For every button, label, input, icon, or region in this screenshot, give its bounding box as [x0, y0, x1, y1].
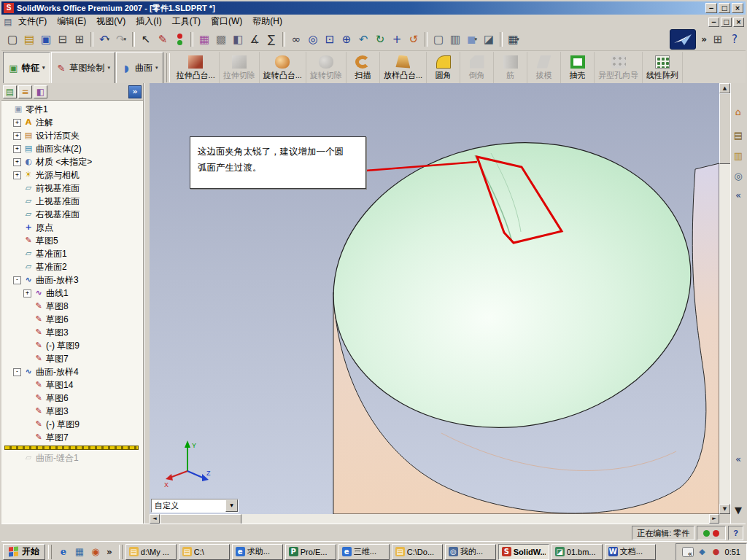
tree-item[interactable]: ▱右视基准面 [3, 208, 143, 221]
rotate-view-icon[interactable]: ↺ [406, 31, 422, 47]
tree-item[interactable]: ▱基准面1 [3, 247, 143, 260]
sweep-button[interactable]: 扫描 [347, 52, 380, 84]
mdi-minimize-button[interactable]: − [708, 18, 719, 27]
collapse-chevron-icon[interactable]: « [732, 188, 745, 201]
design-library-icon[interactable]: ▤ [732, 128, 745, 141]
refresh-icon[interactable]: ↻ [372, 31, 388, 47]
pan-icon[interactable]: + [389, 31, 405, 47]
taskbar-button[interactable]: ▤C:\Do... [392, 544, 443, 560]
tree-item[interactable]: ✎草图3 [3, 405, 143, 418]
tree-item[interactable]: ▱基准面2 [3, 260, 143, 273]
wireframe-icon[interactable]: ▢ [430, 31, 446, 47]
tab-草图绘制[interactable]: ✎草图绘制▾ [51, 52, 116, 84]
tree-item[interactable]: -∿曲面-放样3 [3, 273, 143, 287]
taskbar-button[interactable]: ▤d:\My ... [125, 544, 177, 560]
taskbar-button[interactable]: W文档... [605, 544, 656, 560]
shell-button[interactable]: 抽壳 [561, 52, 595, 84]
expand-icon[interactable]: + [13, 132, 21, 140]
taskbar-button[interactable]: SSolidW... [498, 544, 549, 560]
menu-item-5[interactable]: 窗口(W) [206, 14, 247, 29]
help-icon[interactable]: ? [727, 31, 743, 47]
media-player-icon[interactable]: ◉ [88, 545, 103, 559]
tree-item[interactable]: +▤设计活页夹 [3, 129, 143, 142]
tree-item[interactable]: -∿曲面-放样4 [3, 365, 143, 378]
menu-item-0[interactable]: 文件(F) [13, 14, 52, 29]
tree-item[interactable]: ✎(-) 草图9 [3, 418, 143, 431]
tree-item[interactable]: +A注解 [3, 116, 143, 129]
quicklaunch-overflow-chevron[interactable]: » [104, 547, 115, 557]
graphics-area[interactable]: 这边面夹角太锐了，建议增加一个圆 弧面产生过渡。 Y X Z 自定义 ▼ [150, 83, 719, 514]
print-icon[interactable]: ⊟ [55, 31, 71, 47]
tree-item[interactable]: +原点 [3, 221, 143, 234]
file-explorer-icon[interactable]: ▥ [732, 149, 745, 162]
previous-view-icon[interactable]: ↶ [355, 31, 371, 47]
propertymanager-tab[interactable]: ≡ [18, 85, 32, 98]
tree-item[interactable]: ▣零件1 [3, 103, 143, 116]
mdi-restore-button[interactable]: □ [721, 18, 732, 27]
linear-pattern-button[interactable]: 线性阵列 [643, 52, 683, 84]
expand-icon[interactable]: + [13, 158, 21, 166]
rebuild-stoplight-icon[interactable] [171, 31, 187, 47]
tree-item[interactable]: ▱上视基准面 [3, 195, 143, 208]
tree-item[interactable]: ✎草图6 [3, 313, 143, 326]
hidden-lines-icon[interactable]: ▥ [447, 31, 463, 47]
antivirus-icon[interactable]: ● [711, 547, 721, 557]
view-palette-icon[interactable]: ⊞ [710, 31, 726, 47]
scroll-up-icon[interactable]: ▲ [719, 83, 730, 93]
taskbar-button[interactable]: ◪01.bm... [551, 544, 603, 560]
mdi-close-button[interactable]: × [733, 18, 744, 27]
tree-item[interactable]: ✎草图7 [3, 352, 143, 365]
horizontal-scrollbar[interactable]: ◄ ► [150, 514, 719, 524]
redo-icon[interactable]: ↷▾ [113, 31, 129, 47]
mass-properties-icon[interactable]: ∑ [263, 31, 279, 47]
chamfer-button[interactable]: 倒角 [460, 52, 494, 84]
taskbar-button[interactable]: PPro/E... [285, 544, 336, 560]
tree-item[interactable]: +☀光源与相机 [3, 168, 143, 182]
view-selector-combobox[interactable]: 自定义 ▼ [151, 499, 239, 513]
measure-icon[interactable]: ∡ [247, 31, 263, 47]
taskbar-button[interactable]: e求助... [232, 544, 283, 560]
revolve-boss-button[interactable]: 旋转凸台... [260, 52, 306, 84]
menu-item-3[interactable]: 插入(I) [131, 14, 166, 29]
standard-views-icon[interactable]: ▦▾ [506, 31, 522, 47]
rollback-bar[interactable] [4, 446, 139, 450]
new-document-icon[interactable]: ▢ [4, 31, 20, 47]
lower-chevron-icon[interactable]: « [732, 452, 745, 465]
undo-icon[interactable]: ↶▾ [96, 31, 112, 47]
loft-boss-button[interactable]: 放样凸台... [380, 52, 427, 84]
tree-item[interactable]: ✎草图7 [3, 431, 143, 444]
zoom-area-icon[interactable]: ⊡ [322, 31, 338, 47]
tree-item[interactable]: +▤曲面实体(2) [3, 142, 143, 155]
help-status-icon[interactable]: ? [728, 526, 743, 540]
edit-color-icon[interactable]: ▦ [196, 31, 212, 47]
tree-item[interactable]: ✎草图6 [3, 392, 143, 405]
mirror-icon[interactable]: ◧ [230, 31, 246, 47]
revolve-cut-button[interactable]: 旋转切除 [306, 52, 347, 84]
chevron-down-icon[interactable]: ▾ [107, 31, 110, 47]
edit-texture-icon[interactable]: ▩ [213, 31, 229, 47]
expand-icon[interactable]: + [23, 289, 31, 298]
start-button[interactable]: 开始 [3, 544, 45, 560]
tree-item[interactable]: ✎草图14 [3, 378, 143, 392]
expand-icon[interactable]: + [13, 145, 21, 153]
show-desktop-icon[interactable]: ▦ [72, 545, 87, 559]
menu-item-2[interactable]: 视图(V) [91, 14, 131, 29]
toolbar-overflow-chevron[interactable]: » [699, 34, 709, 44]
taskbar-handle[interactable] [48, 545, 52, 559]
tree-item[interactable]: ▱前视基准面 [3, 182, 143, 195]
safely-remove-icon[interactable]: ◆ [697, 547, 708, 557]
maximize-button[interactable]: □ [719, 3, 730, 13]
scroll-left-icon[interactable]: ◄ [150, 514, 160, 524]
tree-item[interactable]: ▱曲面-缝合1 [3, 451, 143, 464]
panel-collapse-chevron[interactable]: » [128, 85, 142, 98]
tree-item[interactable]: ✎(-) 草图9 [3, 339, 143, 352]
taskbar-button[interactable]: ◎我的... [445, 544, 496, 560]
ie-quicklaunch-icon[interactable]: e [56, 545, 71, 559]
tab-曲面[interactable]: ◗曲面▾ [116, 52, 163, 84]
menu-item-6[interactable]: 帮助(H) [247, 14, 287, 29]
rib-button[interactable]: 筋 [494, 52, 527, 84]
menu-item-1[interactable]: 编辑(E) [52, 14, 91, 29]
tree-item[interactable]: +◐材质 <未指定> [3, 155, 143, 168]
chevron-down-icon[interactable]: ▾ [155, 65, 158, 71]
chevron-down-icon[interactable]: ▾ [516, 31, 519, 47]
